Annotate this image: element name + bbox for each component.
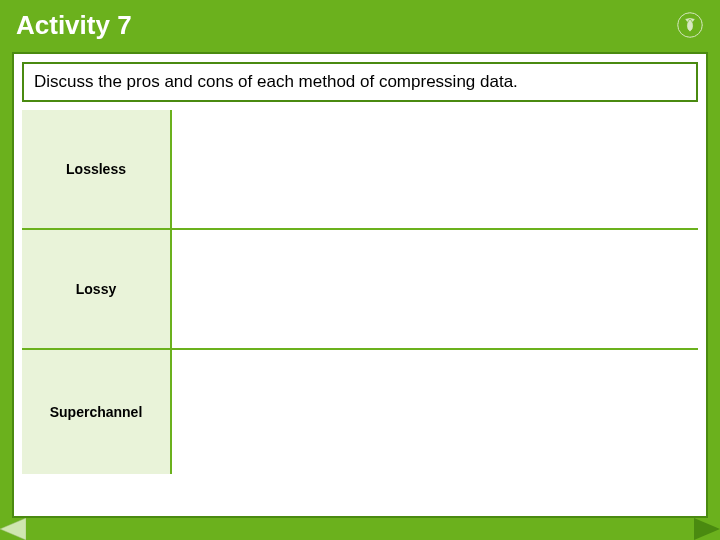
chevron-left-icon: [0, 518, 26, 540]
svg-marker-2: [0, 518, 26, 540]
slide: Activity 7 Discuss the pros and cons of …: [0, 0, 720, 540]
svg-marker-4: [694, 518, 720, 540]
row-label-superchannel: Superchannel: [22, 350, 172, 474]
table-row: Lossless: [22, 110, 698, 230]
next-button[interactable]: [694, 518, 720, 540]
content-panel: Discuss the pros and cons of each method…: [12, 52, 708, 518]
row-label-lossy: Lossy: [22, 230, 172, 348]
logo: [676, 11, 704, 39]
prev-button[interactable]: [0, 518, 26, 540]
table-row: Lossy: [22, 230, 698, 350]
deer-crest-icon: [676, 11, 704, 39]
header: Activity 7: [0, 0, 720, 50]
row-label-lossless: Lossless: [22, 110, 172, 228]
row-value-lossless[interactable]: [172, 110, 698, 228]
table-row: Superchannel: [22, 350, 698, 474]
prompt-box: Discuss the pros and cons of each method…: [22, 62, 698, 102]
methods-table: Lossless Lossy Superchannel: [22, 110, 698, 474]
row-value-lossy[interactable]: [172, 230, 698, 348]
page-title: Activity 7: [16, 10, 132, 41]
row-value-superchannel[interactable]: [172, 350, 698, 474]
chevron-right-icon: [694, 518, 720, 540]
